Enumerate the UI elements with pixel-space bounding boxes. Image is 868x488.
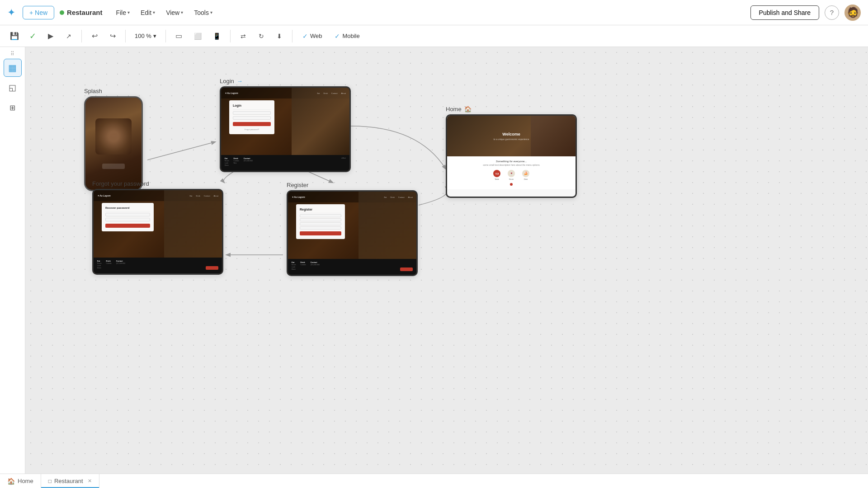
separator	[81, 30, 82, 42]
restaurant-tab-icon: □	[48, 478, 52, 484]
question-icon: ?	[830, 9, 834, 16]
new-button[interactable]: + New	[23, 6, 54, 19]
chevron-down-icon: ▾	[153, 10, 155, 15]
separator	[230, 30, 231, 42]
login-card[interactable]: ✦ Au Lagom Eat Drink Contact About Login	[220, 86, 351, 172]
menu-edit[interactable]: Edit ▾	[136, 6, 160, 19]
forgot-password-frame[interactable]: Forgot your password ✦ Au Lagom Eat Drin…	[92, 180, 223, 275]
sidebar-layers-tool[interactable]: ◱	[4, 79, 22, 97]
home-label: Home 🏠	[446, 106, 577, 113]
mobile-device-button[interactable]: 📱	[209, 29, 225, 43]
topbar: ✦ + New Restaurant File ▾ Edit ▾ View ▾ …	[0, 0, 868, 25]
register-card[interactable]: ✦ Au Lagom Eat Drink Contact About Regis…	[287, 190, 418, 276]
svg-line-0	[147, 142, 215, 160]
refresh-button[interactable]: ↻	[254, 29, 269, 43]
main-menu: File ▾ Edit ▾ View ▾ Tools ▾	[111, 6, 217, 19]
redo-button[interactable]: ↪	[105, 29, 120, 43]
separator	[125, 30, 126, 42]
home-tab-label: Home	[18, 478, 33, 484]
menu-file[interactable]: File ▾	[111, 6, 134, 19]
project-status-dot	[60, 10, 64, 15]
check-icon: ✓	[302, 33, 308, 40]
restaurant-tab-label: Restaurant	[54, 478, 83, 484]
chevron-down-icon: ▾	[153, 33, 156, 39]
splash-label: Splash	[84, 88, 143, 94]
menu-view[interactable]: View ▾	[161, 6, 188, 19]
layers-icon: ◱	[9, 83, 16, 93]
login-label: Login →	[220, 78, 351, 84]
web-label: Web	[310, 33, 322, 39]
home-tab-icon: 🏠	[7, 478, 15, 485]
zoom-control[interactable]: 100 % ▾	[131, 31, 160, 41]
chevron-down-icon: ▾	[181, 10, 183, 15]
logo-icon: ✦	[7, 7, 15, 19]
help-button[interactable]: ?	[825, 5, 839, 20]
undo-button[interactable]: ↩	[87, 29, 102, 43]
toolbar: 💾 ✓ ▶ ↗ ↩ ↪ 100 % ▾ ▭ ⬜ 📱 ⇄ ↻ ⬇ ✓ Web ✓ …	[0, 25, 868, 47]
separator	[292, 30, 292, 42]
login-link-icon: →	[237, 78, 243, 84]
zoom-level: 100 %	[135, 33, 151, 39]
home-card[interactable]: Welcome to a unique gastronomic experien…	[446, 114, 577, 198]
splash-card[interactable]	[84, 96, 143, 191]
separator	[165, 30, 166, 42]
tab-close-button[interactable]: ✕	[88, 478, 92, 484]
drag-handle: ⠿	[10, 51, 15, 57]
forgot-password-card[interactable]: ✦ Au Lagom Eat Drink Contact About Recov…	[92, 189, 223, 275]
forgot-password-label: Forgot your password	[92, 180, 223, 187]
components-icon: ⊞	[9, 103, 15, 112]
publish-button[interactable]: Publish and Share	[750, 5, 819, 20]
pages-icon: ▦	[8, 62, 17, 73]
login-frame[interactable]: Login → ✦ Au Lagom Eat Drink Contact Abo…	[220, 78, 351, 172]
save-button[interactable]: 💾	[7, 29, 22, 43]
check-icon: ✓	[335, 33, 340, 40]
web-platform-toggle[interactable]: ✓ Web	[298, 31, 327, 41]
sidebar-components-tool[interactable]: ⊞	[4, 99, 22, 117]
avatar-image: 🧔	[847, 7, 859, 19]
chevron-down-icon: ▾	[127, 10, 130, 15]
download-button[interactable]: ⬇	[272, 29, 287, 43]
desktop-device-button[interactable]: ▭	[171, 29, 187, 43]
canvas[interactable]: Splash Login → ✦ Au Lagom	[25, 47, 868, 474]
register-frame[interactable]: Register ✦ Au Lagom Eat Drink Contact Ab…	[287, 182, 418, 276]
tablet-device-button[interactable]: ⬜	[190, 29, 206, 43]
preview-button[interactable]: ▶	[43, 29, 58, 43]
splash-frame[interactable]: Splash	[84, 88, 143, 191]
sidebar-pages-tool[interactable]: ▦	[4, 59, 22, 77]
home-icon: 🏠	[464, 106, 472, 113]
check-button[interactable]: ✓	[25, 29, 40, 43]
project-name: Restaurant	[60, 9, 102, 16]
menu-tools[interactable]: Tools ▾	[189, 6, 217, 19]
home-frame[interactable]: Home 🏠 Welcome to a unique gastronomic e…	[446, 106, 577, 198]
bottom-tab-bar: 🏠 Home □ Restaurant ✕	[0, 474, 868, 488]
tab-home[interactable]: 🏠 Home	[0, 474, 41, 488]
tab-restaurant[interactable]: □ Restaurant ✕	[41, 474, 99, 488]
avatar[interactable]: 🧔	[844, 5, 861, 21]
sync-button[interactable]: ⇄	[236, 29, 250, 43]
project-title: Restaurant	[67, 9, 102, 16]
left-sidebar: ⠿ ▦ ◱ ⊞	[0, 47, 25, 474]
register-label: Register	[287, 182, 418, 188]
mobile-platform-toggle[interactable]: ✓ Mobile	[330, 31, 364, 41]
export-button[interactable]: ↗	[61, 29, 76, 43]
chevron-down-icon: ▾	[210, 10, 212, 15]
mobile-label: Mobile	[342, 33, 359, 39]
